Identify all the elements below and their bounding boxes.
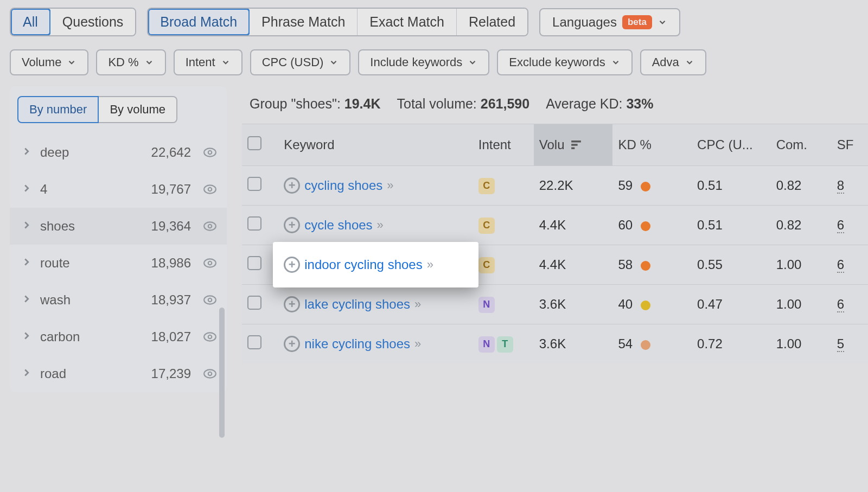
group-row-4[interactable]: 419,767 [10, 171, 227, 208]
cell-keyword: +indoor cycling shoes» [278, 245, 473, 285]
chevron-right-icon [21, 367, 33, 381]
col-com[interactable]: Com. [771, 124, 832, 166]
col-checkbox[interactable] [242, 124, 278, 166]
eye-icon[interactable] [203, 367, 217, 381]
filter-adva[interactable]: Adva [640, 49, 706, 75]
cell-sf: 6 [832, 285, 868, 324]
expand-icon[interactable]: + [284, 217, 300, 233]
scrollbar[interactable] [219, 308, 225, 438]
chevron-right-icon [21, 293, 33, 307]
svg-rect-16 [571, 147, 575, 149]
keyword-link[interactable]: lake cycling shoes [304, 297, 410, 312]
group-count: 19,364 [151, 219, 191, 234]
sf-value[interactable]: 6 [837, 297, 844, 312]
keyword-link[interactable]: cycle shoes [304, 218, 372, 233]
sidebar-tab-by-number[interactable]: By number [17, 96, 99, 123]
double-chevron-icon[interactable]: » [414, 337, 421, 351]
cell-kd: 60 [612, 206, 692, 245]
filter-cpc-usd-[interactable]: CPC (USD) [250, 49, 351, 75]
cell-kd: 54 [612, 324, 692, 364]
col-sf[interactable]: SF [832, 124, 868, 166]
group-row-carbon[interactable]: carbon18,027 [10, 318, 227, 355]
keyword-link[interactable]: cycling shoes [304, 178, 382, 193]
group-row-road[interactable]: road17,239 [10, 355, 227, 392]
double-chevron-icon[interactable]: » [377, 218, 384, 232]
group-row-route[interactable]: route18,986 [10, 245, 227, 282]
tab-related[interactable]: Related [457, 9, 527, 35]
col-cpc[interactable]: CPC (U... [692, 124, 771, 166]
cell-cpc: 0.51 [692, 166, 771, 206]
row-checkbox[interactable] [247, 177, 261, 191]
filter-volume[interactable]: Volume [10, 49, 88, 75]
languages-label: Languages [552, 15, 617, 30]
row-checkbox[interactable] [247, 335, 261, 349]
cell-intent: N [473, 285, 534, 324]
expand-icon[interactable]: + [284, 177, 300, 194]
sf-value[interactable]: 8 [837, 178, 844, 194]
eye-icon[interactable] [203, 182, 217, 196]
group-count: 22,642 [151, 145, 191, 160]
tab-phrase-match[interactable]: Phrase Match [250, 9, 358, 35]
svg-point-7 [208, 261, 212, 265]
group-name: shoes [40, 219, 144, 234]
eye-icon[interactable] [203, 330, 217, 344]
row-checkbox[interactable] [247, 256, 261, 270]
double-chevron-icon[interactable]: » [387, 178, 393, 193]
filter-include-keywords[interactable]: Include keywords [358, 49, 489, 75]
group-row-wash[interactable]: wash18,937 [10, 282, 227, 318]
eye-icon[interactable] [203, 145, 217, 159]
group-row-shoes[interactable]: shoes19,364 [10, 208, 227, 245]
col-intent[interactable]: Intent [473, 124, 534, 166]
row-checkbox[interactable] [247, 296, 261, 310]
chevron-right-icon [21, 145, 33, 159]
chevron-down-icon [685, 57, 694, 67]
group-count: 17,239 [151, 366, 191, 381]
select-all-checkbox[interactable] [247, 136, 261, 150]
filter-kd-[interactable]: KD % [96, 49, 165, 75]
sf-value[interactable]: 6 [837, 257, 844, 273]
group-count: 19,767 [151, 182, 191, 197]
col-kd[interactable]: KD % [612, 124, 692, 166]
cell-sf: 8 [832, 166, 868, 206]
cell-keyword: +lake cycling shoes» [278, 285, 473, 324]
groups-sidebar: By numberBy volume deep22,642419,767shoe… [10, 86, 227, 392]
cell-volume: 22.2K [534, 166, 613, 206]
tab-all[interactable]: All [11, 9, 50, 35]
cell-keyword: +nike cycling shoes» [278, 324, 473, 364]
expand-icon[interactable]: + [284, 336, 300, 352]
keyword-link[interactable]: nike cycling shoes [304, 336, 410, 352]
cell-com: 1.00 [771, 324, 832, 364]
stat-kd: Average KD: 33% [546, 96, 653, 112]
eye-icon[interactable] [203, 293, 217, 307]
keyword-link[interactable]: indoor cycling shoes [304, 257, 422, 272]
sf-value[interactable]: 5 [837, 336, 844, 352]
double-chevron-icon[interactable]: » [427, 258, 433, 272]
col-keyword[interactable]: Keyword [278, 124, 473, 166]
tabgroup-match: Broad MatchPhrase MatchExact MatchRelate… [147, 8, 528, 36]
intent-badge-c: C [478, 257, 495, 273]
languages-dropdown[interactable]: Languages beta [539, 8, 680, 36]
cell-checkbox [242, 285, 278, 324]
sf-value[interactable]: 6 [837, 218, 844, 233]
cell-kd: 59 [612, 166, 692, 206]
filter-intent[interactable]: Intent [174, 49, 242, 75]
group-row-deep[interactable]: deep22,642 [10, 134, 227, 171]
eye-icon[interactable] [203, 256, 217, 270]
table-row: +cycling shoes»C22.2K59 0.510.828 [242, 166, 868, 206]
col-volume[interactable]: Volu [534, 124, 613, 166]
group-list: deep22,642419,767shoes19,364route18,986w… [10, 134, 227, 392]
stat-volume: Total volume: 261,590 [397, 96, 530, 112]
cell-kd: 40 [612, 285, 692, 324]
row-checkbox[interactable] [247, 216, 261, 231]
tab-questions[interactable]: Questions [50, 9, 136, 35]
double-chevron-icon[interactable]: » [414, 297, 421, 311]
cell-sf: 5 [832, 324, 868, 364]
tab-exact-match[interactable]: Exact Match [358, 9, 457, 35]
cell-volume: 4.4K [534, 245, 613, 285]
expand-icon[interactable]: + [284, 296, 300, 312]
eye-icon[interactable] [203, 219, 217, 233]
sidebar-tab-by-volume[interactable]: By volume [99, 96, 177, 123]
tab-broad-match[interactable]: Broad Match [148, 9, 250, 35]
expand-icon[interactable]: + [284, 257, 300, 273]
filter-exclude-keywords[interactable]: Exclude keywords [497, 49, 632, 75]
